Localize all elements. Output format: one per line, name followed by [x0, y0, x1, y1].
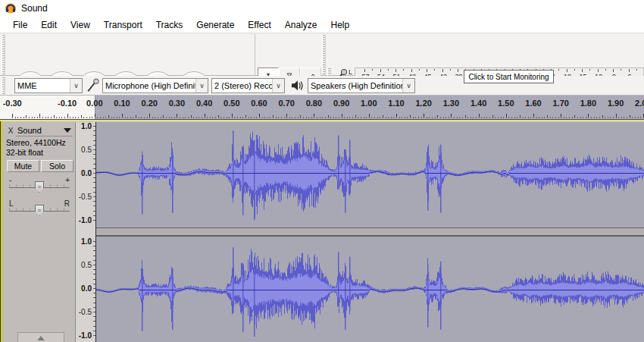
- waveform-channel-left[interactable]: [96, 122, 644, 227]
- timeline-dot: [418, 117, 419, 118]
- solo-button[interactable]: Solo: [41, 160, 73, 172]
- track-menu[interactable]: Sound: [16, 125, 73, 136]
- audio-host-select[interactable]: MME ∨: [14, 78, 83, 93]
- timeline-dot: [183, 117, 183, 118]
- vertical-ruler[interactable]: 1.00.50.0-0.5-1.01.00.50.0-0.5-1.0: [76, 122, 96, 342]
- timeline-dot: [618, 117, 619, 118]
- timeline-dot: [188, 117, 189, 118]
- close-track-button[interactable]: X: [5, 125, 16, 136]
- gain-slider[interactable]: - + =: [9, 177, 70, 196]
- timeline-dot: [506, 117, 507, 118]
- menu-tracks[interactable]: Tracks: [149, 18, 190, 32]
- amplitude-tick: [93, 307, 95, 308]
- meter-tick: [395, 69, 396, 72]
- menu-edit[interactable]: Edit: [34, 18, 64, 32]
- timeline-dot: [421, 117, 422, 118]
- device-grip[interactable]: [2, 77, 5, 94]
- waveform-display[interactable]: [96, 122, 644, 342]
- timeline-label: -0.10: [58, 99, 77, 108]
- amplitude-tick: [93, 187, 95, 188]
- timeline-ruler[interactable]: -0.30-0.100.000.100.200.300.400.500.600.…: [0, 96, 644, 120]
- menu-generate[interactable]: Generate: [189, 18, 241, 32]
- playback-device-select[interactable]: Speakers (High Definition Audi ∨: [308, 78, 415, 93]
- amplitude-tick: [93, 279, 95, 280]
- amplitude-tick: [93, 145, 95, 146]
- timeline-dot: [432, 117, 433, 118]
- timeline-dot: [459, 117, 460, 118]
- transport-grip[interactable]: [2, 35, 5, 74]
- timeline-dot: [218, 117, 219, 118]
- timeline-label: 0.00: [86, 99, 102, 108]
- menu-help[interactable]: Help: [324, 18, 357, 32]
- timeline-dot: [511, 117, 512, 118]
- collapse-track-button[interactable]: [17, 332, 64, 342]
- timeline-dot: [523, 117, 524, 118]
- menu-analyze[interactable]: Analyze: [278, 18, 324, 32]
- timeline-dot: [361, 117, 361, 118]
- timeline-dot: [163, 117, 164, 118]
- timeline-dot: [306, 117, 307, 118]
- timeline-dot: [388, 117, 389, 118]
- timeline-label: 0.30: [169, 99, 185, 108]
- timeline-dot: [580, 117, 581, 118]
- window-title: Sound: [21, 3, 48, 14]
- input-device-mic-icon: [86, 77, 99, 94]
- amplitude-tick: [93, 326, 95, 327]
- meter-tick: [636, 69, 637, 71]
- audio-host-value: MME: [15, 81, 70, 90]
- timeline-dot: [122, 117, 123, 118]
- timeline-dot: [92, 117, 92, 118]
- gain-thumb[interactable]: =: [35, 181, 44, 193]
- timeline-dot: [234, 117, 235, 118]
- timeline-dot: [125, 117, 126, 118]
- timeline-dot: [202, 117, 202, 118]
- amplitude-tick: [93, 149, 95, 150]
- mute-button[interactable]: Mute: [7, 160, 39, 172]
- waveform-channel-right[interactable]: [96, 237, 644, 342]
- menu-file[interactable]: File: [6, 18, 34, 32]
- amplitude-tick: [93, 168, 95, 169]
- timeline-dot: [402, 117, 402, 118]
- timeline-dot: [599, 117, 600, 118]
- pan-thumb[interactable]: =: [35, 205, 44, 216]
- meter-tick: [450, 69, 451, 71]
- track-control-panel[interactable]: X Sound Stereo, 44100Hz 32-bit float Mut…: [3, 122, 76, 342]
- timeline-dot: [232, 117, 233, 118]
- meter-tick: [458, 69, 458, 72]
- timeline-dot: [328, 117, 329, 118]
- monitoring-tooltip[interactable]: Click to Start Monitoring: [464, 70, 554, 83]
- timeline-label: 1.00: [361, 99, 377, 108]
- timeline-dot: [256, 117, 257, 118]
- timeline-dot: [322, 117, 323, 118]
- amplitude-tick: [93, 321, 95, 322]
- timeline-dot: [454, 117, 455, 118]
- timeline-dot: [42, 117, 43, 118]
- recording-channels-select[interactable]: 2 (Stereo) Recorc ∨: [211, 78, 285, 93]
- timeline-dot: [273, 117, 274, 118]
- timeline-dot: [251, 117, 252, 118]
- timeline-dot: [199, 117, 199, 118]
- amplitude-tick: [93, 274, 95, 275]
- timeline-dot: [627, 117, 627, 118]
- timeline-dot: [48, 117, 48, 118]
- meter-tick: [442, 69, 443, 72]
- timeline-dot: [427, 117, 427, 118]
- timeline-dot: [498, 117, 499, 118]
- menu-transport[interactable]: Transport: [97, 18, 149, 32]
- tools-grip[interactable]: [322, 35, 326, 74]
- timeline-dot: [467, 117, 468, 118]
- timeline-dot: [352, 117, 353, 118]
- amplitude-label: 1.0: [81, 237, 92, 246]
- timeline-dot: [75, 117, 76, 118]
- timeline-dot: [558, 117, 559, 118]
- timeline-dot: [229, 117, 230, 118]
- recording-device-select[interactable]: Microphone (High Definition Au ∨: [102, 78, 208, 93]
- menu-effect[interactable]: Effect: [241, 18, 277, 32]
- timeline-label: 1.30: [443, 99, 459, 108]
- menu-view[interactable]: View: [64, 18, 97, 32]
- pan-slider[interactable]: L R =: [9, 200, 70, 220]
- amplitude-tick: [93, 154, 95, 155]
- collapse-arrow-icon: [37, 336, 45, 340]
- channel-divider-gap: [96, 228, 644, 235]
- timeline-dot: [161, 117, 161, 118]
